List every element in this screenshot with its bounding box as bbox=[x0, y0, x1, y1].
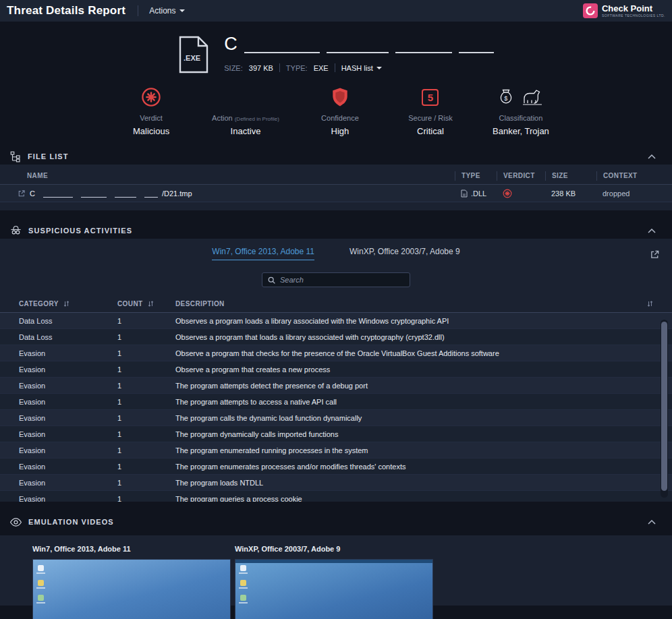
file-name: C bbox=[224, 35, 494, 53]
row-description: The program calls the dynamic load funct… bbox=[175, 414, 646, 422]
file-table-row[interactable]: C /D21.tmp .DLL bbox=[0, 185, 672, 202]
row-description: The program attempts detect the presence… bbox=[175, 382, 646, 390]
sort-icon-right[interactable] bbox=[646, 300, 667, 307]
suspicious-table-row: Evasion 1 The program enumerated running… bbox=[0, 442, 672, 459]
row-category: Evasion bbox=[19, 365, 117, 374]
sort-description[interactable]: DESCRIPTION bbox=[175, 300, 646, 307]
trojan-horse-icon bbox=[521, 88, 544, 107]
collapse-chevron-icon[interactable] bbox=[641, 152, 663, 162]
risk-value: Critical bbox=[401, 126, 460, 136]
section-title: SUSPICIOUS ACTIVITIES bbox=[28, 227, 132, 235]
emulation-videos-panel: Win7, Office 2013, Adobe 11 WinXP, Offic… bbox=[0, 535, 672, 606]
suspicious-table-row: Evasion 1 The program attempts detect th… bbox=[0, 378, 672, 394]
header-divider bbox=[138, 5, 138, 16]
redacted-text-bar bbox=[43, 196, 73, 198]
row-category: Evasion bbox=[19, 382, 117, 390]
redacted-text-bar bbox=[81, 196, 107, 198]
row-description: The program attempts to access a native … bbox=[175, 398, 646, 406]
video-label: Win7, Office 2013, Adobe 11 bbox=[32, 545, 231, 553]
tab-winxp[interactable]: WinXP, Office 2003/7, Adobe 9 bbox=[349, 247, 460, 260]
row-description: The program dynamically calls imported f… bbox=[175, 430, 646, 438]
file-ext-label: .EXE bbox=[184, 54, 200, 62]
row-count: 1 bbox=[117, 463, 175, 471]
suspicious-table-body: Data Loss 1 Observes a program loads a l… bbox=[0, 313, 672, 502]
desktop-icon bbox=[38, 565, 44, 571]
row-category: Evasion bbox=[19, 446, 117, 454]
sort-category[interactable]: CATEGORY bbox=[19, 300, 117, 307]
suspicious-table-row: Data Loss 1 Observes a program that load… bbox=[0, 329, 672, 345]
row-count: 1 bbox=[117, 430, 175, 438]
malicious-asterisk-icon bbox=[503, 189, 512, 198]
collapse-chevron-icon[interactable] bbox=[641, 226, 663, 236]
sort-count[interactable]: COUNT bbox=[117, 300, 175, 307]
search-input[interactable] bbox=[280, 276, 405, 284]
desktop-icon bbox=[240, 595, 246, 601]
scrollbar-thumb[interactable] bbox=[661, 322, 667, 491]
redacted-text-bar bbox=[144, 196, 158, 198]
file-table-header: NAME TYPE VERDICT SIZE CONTEXT bbox=[0, 167, 672, 185]
brand-name: Check Point bbox=[602, 4, 665, 13]
checkpoint-brand: Check Point SOFTWARE TECHNOLOGIES LTD. bbox=[583, 3, 665, 18]
row-category: Data Loss bbox=[19, 317, 117, 325]
desktop-icon bbox=[38, 595, 44, 601]
row-description: Observe a program that checks for the pr… bbox=[175, 349, 646, 357]
row-description: The program loads NTDLL bbox=[175, 479, 646, 487]
file-summary-section: .EXE C SIZE: 397 KB TYPE: EXE HASH list bbox=[0, 22, 672, 143]
caret-down-icon bbox=[179, 9, 185, 12]
file-tree-icon bbox=[9, 150, 22, 163]
open-in-new-window-icon[interactable] bbox=[650, 249, 660, 260]
row-category: Evasion bbox=[19, 495, 117, 502]
row-description: The program enumerates processes and/or … bbox=[175, 463, 646, 471]
confidence-value: High bbox=[310, 126, 370, 136]
row-count: 1 bbox=[117, 479, 175, 487]
exe-file-icon: .EXE bbox=[178, 35, 209, 74]
verdict-value: Malicious bbox=[121, 126, 181, 136]
suspicious-activities-header: SUSPICIOUS ACTIVITIES bbox=[0, 223, 672, 239]
verdict-badge: Verdict Malicious bbox=[121, 85, 181, 136]
external-link-icon[interactable] bbox=[18, 189, 26, 198]
collapse-chevron-icon[interactable] bbox=[641, 517, 663, 527]
row-category: Data Loss bbox=[19, 333, 117, 341]
classification-badge: $ Classification Banker, Trojan bbox=[491, 85, 551, 136]
type-label: TYPE: bbox=[286, 64, 308, 72]
row-category: Evasion bbox=[19, 430, 117, 438]
row-count: 1 bbox=[117, 365, 175, 374]
desktop-icon bbox=[38, 580, 44, 586]
size-value: 397 KB bbox=[249, 64, 273, 72]
page-title: Threat Details Report bbox=[7, 4, 125, 18]
suspicious-table-row: Evasion 1 The program dynamically calls … bbox=[0, 426, 672, 442]
risk-badge: 5 Secure / Risk Critical bbox=[401, 85, 460, 136]
row-category: Evasion bbox=[19, 398, 117, 406]
classification-value: Banker, Trojan bbox=[491, 126, 551, 136]
row-description: Observes a program loads a library assoc… bbox=[175, 317, 646, 325]
row-category: Evasion bbox=[19, 479, 117, 487]
suspicious-table-row: Evasion 1 The program queries a process … bbox=[0, 491, 672, 502]
actions-menu[interactable]: Actions bbox=[149, 6, 184, 16]
suspicious-activities-panel: Win7, Office 2013, Adobe 11 WinXP, Offic… bbox=[0, 239, 672, 502]
hash-list-dropdown[interactable]: HASH list bbox=[341, 64, 382, 72]
row-count: 1 bbox=[117, 333, 175, 341]
video-card-winxp: WinXP, Office 2003/7, Adobe 9 bbox=[235, 545, 433, 606]
row-category: Evasion bbox=[19, 349, 117, 357]
top-bar: Threat Details Report Actions Check Poin… bbox=[0, 0, 672, 22]
dll-file-icon bbox=[461, 189, 468, 198]
video-card-win7: Win7, Office 2013, Adobe 11 bbox=[32, 545, 231, 606]
video-label: WinXP, Office 2003/7, Adobe 9 bbox=[235, 545, 433, 553]
risk-score-icon: 5 bbox=[422, 89, 439, 106]
confidence-badge: Confidence High bbox=[310, 85, 370, 136]
row-count: 1 bbox=[117, 414, 175, 422]
brand-subtitle: SOFTWARE TECHNOLOGIES LTD. bbox=[602, 13, 665, 18]
emulation-video-thumbnail[interactable] bbox=[32, 559, 231, 619]
file-list-header: FILE LIST bbox=[0, 148, 672, 165]
row-category: Evasion bbox=[19, 414, 117, 422]
row-count: 1 bbox=[117, 317, 175, 325]
actions-label: Actions bbox=[149, 6, 175, 16]
eye-icon bbox=[9, 516, 22, 529]
emulation-video-thumbnail[interactable] bbox=[235, 559, 433, 619]
checkpoint-logo-icon bbox=[583, 3, 598, 18]
suspicious-table-header: CATEGORY COUNT DESCRIPTION bbox=[0, 295, 672, 313]
tab-win7[interactable]: Win7, Office 2013, Adobe 11 bbox=[212, 247, 314, 260]
caret-down-icon bbox=[376, 67, 382, 69]
row-count: 1 bbox=[117, 349, 175, 357]
row-description: Observe a program that creates a new pro… bbox=[175, 365, 646, 374]
